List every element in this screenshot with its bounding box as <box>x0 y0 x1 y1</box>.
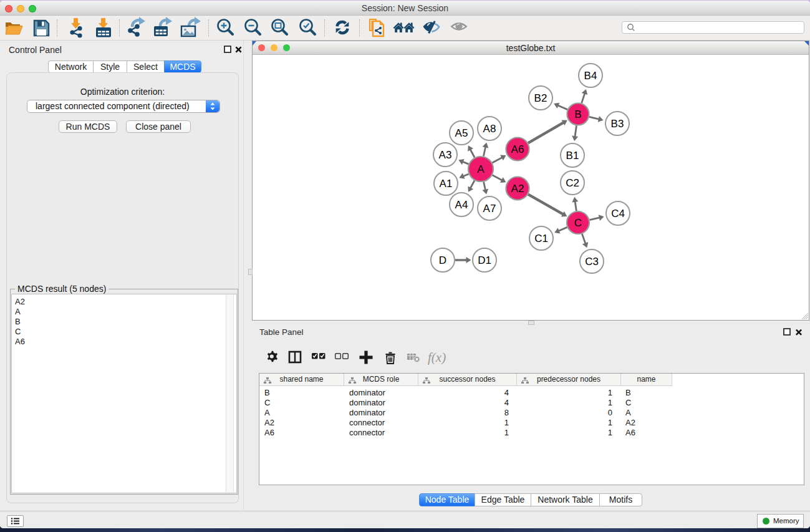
svg-text:A5: A5 <box>455 127 468 139</box>
svg-text:A: A <box>477 163 485 175</box>
svg-text:A4: A4 <box>455 199 468 211</box>
svg-text:B3: B3 <box>611 118 624 130</box>
svg-text:C1: C1 <box>534 233 548 244</box>
svg-text:A3: A3 <box>439 149 452 161</box>
svg-text:A6: A6 <box>511 143 524 155</box>
svg-text:C: C <box>574 217 582 229</box>
svg-text:A2: A2 <box>511 183 524 195</box>
svg-text:B1: B1 <box>566 150 579 162</box>
svg-text:A1: A1 <box>440 178 453 190</box>
svg-text:D1: D1 <box>478 254 491 266</box>
svg-text:D: D <box>439 254 446 266</box>
svg-text:C3: C3 <box>585 256 599 268</box>
svg-text:A8: A8 <box>483 123 496 135</box>
svg-text:B: B <box>574 109 581 120</box>
svg-text:B2: B2 <box>534 92 547 104</box>
svg-text:C4: C4 <box>611 208 625 220</box>
svg-text:C2: C2 <box>566 177 579 189</box>
svg-text:A7: A7 <box>483 203 496 215</box>
svg-text:B4: B4 <box>584 70 597 82</box>
